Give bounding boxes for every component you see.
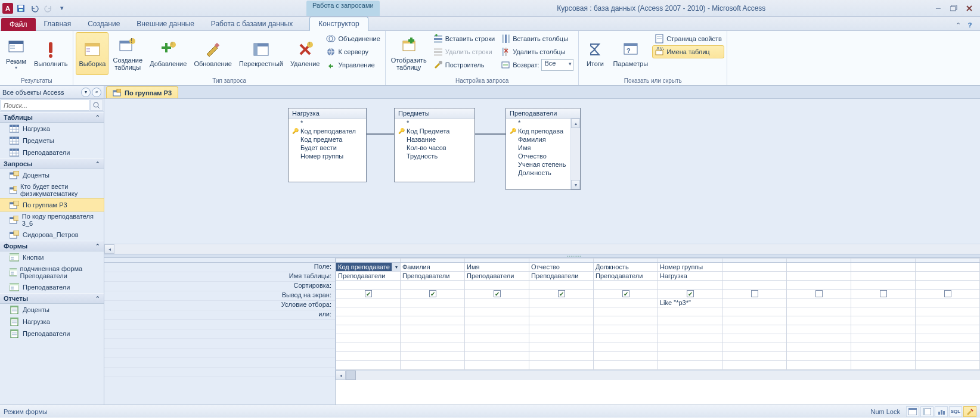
qbe-sort-cell[interactable] <box>336 281 401 290</box>
qbe-sort-cell[interactable] <box>787 281 851 290</box>
qbe-cell[interactable] <box>722 325 787 334</box>
qbe-criteria-cell[interactable] <box>722 298 787 307</box>
table-nagruzka[interactable]: Нагрузка*🔑Код преподавателКод предметаБу… <box>288 108 367 182</box>
table-field[interactable]: Имя <box>506 144 580 152</box>
qbe-table-cell[interactable]: Преподаватели <box>594 272 658 281</box>
qbe-cell[interactable] <box>465 307 529 316</box>
qbe-show-cell[interactable] <box>851 290 916 298</box>
qbe-cell[interactable] <box>916 352 980 361</box>
table-field[interactable]: * <box>506 119 580 127</box>
qbe-cell[interactable] <box>594 307 658 316</box>
window-close-button[interactable] <box>962 3 976 14</box>
qbe-sort-cell[interactable] <box>722 281 787 290</box>
qbe-col-selector[interactable] <box>851 259 916 263</box>
nav-item[interactable]: По группам Р3 <box>0 199 104 211</box>
qbe-field-cell[interactable]: Код преподавате▾ <box>336 263 401 272</box>
nav-item[interactable]: Нагрузка <box>0 316 104 328</box>
qbe-cell[interactable] <box>401 343 465 352</box>
table-field[interactable]: * <box>289 119 366 127</box>
window-minimize-button[interactable]: ─ <box>931 3 945 14</box>
tab-home[interactable]: Главная <box>36 17 80 30</box>
qbe-cell[interactable] <box>722 352 787 361</box>
qat-save-button[interactable] <box>15 2 27 14</box>
qbe-cell[interactable] <box>658 325 722 334</box>
qbe-sort-cell[interactable] <box>594 281 658 290</box>
nav-item[interactable]: По коду преподавателя 3_6 <box>0 211 104 229</box>
qbe-show-cell[interactable]: ✔ <box>594 290 658 298</box>
qbe-cell[interactable] <box>529 343 594 352</box>
table-field[interactable]: Код предмета <box>289 135 366 144</box>
qbe-cell[interactable] <box>916 334 980 343</box>
table-field[interactable]: Фамилия <box>506 135 580 144</box>
qbe-show-cell[interactable]: ✔ <box>401 290 465 298</box>
qbe-cell[interactable] <box>851 316 916 325</box>
qbe-cell[interactable] <box>594 316 658 325</box>
qbe-cell[interactable] <box>401 307 465 316</box>
nav-item[interactable]: Сидорова_Петров <box>0 229 104 241</box>
propsheet-button[interactable]: Страница свойств <box>652 32 724 45</box>
qbe-cell[interactable] <box>787 316 851 325</box>
qbe-cell[interactable] <box>722 307 787 316</box>
qbe-criteria-cell[interactable] <box>529 298 594 307</box>
return-combo[interactable]: Все <box>541 59 573 71</box>
nav-filter-dropdown[interactable]: ▾ <box>81 88 91 97</box>
qbe-hscrollbar[interactable]: ◂ ▸ <box>336 370 980 380</box>
return-row[interactable]: Возврат: Все <box>498 58 576 71</box>
qbe-table-cell[interactable] <box>722 272 787 281</box>
table-prepodavateli[interactable]: Преподаватели*🔑Код преподаваФамилияИмяОт… <box>505 108 581 190</box>
qbe-cell[interactable] <box>722 343 787 352</box>
nav-item[interactable]: Преподаватели <box>0 281 104 293</box>
qbe-show-cell[interactable]: ✔ <box>465 290 529 298</box>
qbe-cell[interactable] <box>916 307 980 316</box>
nav-item[interactable]: Нагрузка <box>0 123 104 135</box>
design-splitter[interactable]: ▪▪▪▪▪▪▪▪ <box>104 254 980 258</box>
qbe-cell[interactable] <box>529 325 594 334</box>
qbe-col-selector[interactable] <box>722 259 787 263</box>
qbe-field-cell[interactable]: Номер группы <box>658 263 722 272</box>
qbe-cell[interactable] <box>787 361 851 370</box>
qbe-cell[interactable] <box>916 316 980 325</box>
qbe-cell[interactable] <box>529 352 594 361</box>
qbe-cell[interactable] <box>787 334 851 343</box>
qbe-cell[interactable] <box>851 352 916 361</box>
view-pivotchart-button[interactable] <box>935 406 948 417</box>
qbe-sort-cell[interactable] <box>401 281 465 290</box>
dropdown-icon[interactable]: ▾ <box>392 263 400 271</box>
qbe-show-cell[interactable] <box>787 290 851 298</box>
union-button[interactable]: Объединение <box>324 32 382 45</box>
qbe-sort-cell[interactable] <box>529 281 594 290</box>
qbe-table-cell[interactable] <box>851 272 916 281</box>
table-field[interactable]: Ученая степень <box>506 160 580 169</box>
tablebox-title[interactable]: Предметы <box>395 108 475 119</box>
qbe-criteria-cell[interactable] <box>916 298 980 307</box>
qbe-col-selector[interactable] <box>336 259 401 263</box>
qbe-cell[interactable] <box>529 316 594 325</box>
params-button[interactable]: ? Параметры <box>610 32 651 75</box>
qbe-col-selector[interactable] <box>658 259 722 263</box>
qbe-cell[interactable] <box>465 325 529 334</box>
table-field[interactable]: Номер группы <box>289 152 366 160</box>
select-query-button[interactable]: Выборка <box>76 32 108 75</box>
qbe-show-cell[interactable] <box>722 290 787 298</box>
help-button[interactable]: ? <box>965 20 975 30</box>
qbe-cell[interactable] <box>916 325 980 334</box>
qbe-cell[interactable] <box>465 352 529 361</box>
qat-undo-button[interactable] <box>29 2 41 14</box>
qbe-cell[interactable] <box>336 325 401 334</box>
tablebox-title[interactable]: Нагрузка <box>289 108 366 119</box>
qbe-criteria-cell[interactable] <box>787 298 851 307</box>
qbe-cell[interactable] <box>336 361 401 370</box>
table-field[interactable]: Должность <box>506 169 580 177</box>
qbe-cell[interactable] <box>658 334 722 343</box>
qbe-cell[interactable] <box>658 352 722 361</box>
qbe-table-cell[interactable] <box>916 272 980 281</box>
qbe-sort-cell[interactable] <box>465 281 529 290</box>
builder-button[interactable]: Построитель <box>431 58 497 71</box>
qbe-show-cell[interactable]: ✔ <box>529 290 594 298</box>
run-button[interactable]: Выполнить <box>31 32 70 75</box>
nav-item[interactable]: подчиненная форма Преподаватели <box>0 263 104 281</box>
qbe-field-cell[interactable] <box>916 263 980 272</box>
canvas-hscrollbar[interactable]: ◂▸ <box>104 244 980 254</box>
qbe-cell[interactable] <box>594 361 658 370</box>
qbe-cell[interactable] <box>401 325 465 334</box>
